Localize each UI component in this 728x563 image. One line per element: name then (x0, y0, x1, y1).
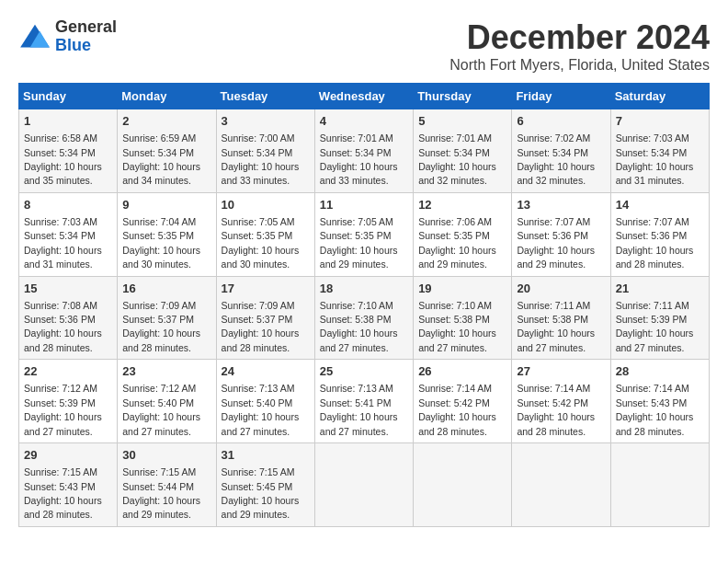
day-number: 4 (320, 113, 408, 130)
day-info: Sunrise: 7:10 AMSunset: 5:38 PMDaylight:… (418, 300, 496, 353)
day-info: Sunrise: 7:15 AMSunset: 5:45 PMDaylight:… (222, 466, 300, 520)
day-number: 3 (222, 113, 310, 130)
day-number: 24 (222, 363, 310, 380)
header-saturday: Saturday (610, 84, 709, 109)
header-thursday: Thursday (414, 84, 512, 109)
day-number: 30 (122, 447, 210, 464)
calendar-cell: 19 Sunrise: 7:10 AMSunset: 5:38 PMDaylig… (414, 276, 512, 360)
calendar-cell: 17 Sunrise: 7:09 AMSunset: 5:37 PMDaylig… (216, 276, 314, 360)
day-number: 15 (24, 281, 112, 297)
day-info: Sunrise: 7:07 AMSunset: 5:36 PMDaylight:… (517, 216, 595, 270)
day-info: Sunrise: 7:01 AMSunset: 5:34 PMDaylight:… (320, 132, 398, 186)
calendar-cell (414, 443, 512, 527)
day-number: 22 (24, 363, 112, 380)
day-info: Sunrise: 7:05 AMSunset: 5:35 PMDaylight:… (320, 216, 398, 270)
calendar-cell: 29 Sunrise: 7:15 AMSunset: 5:43 PMDaylig… (19, 443, 118, 527)
calendar-week-row: 15 Sunrise: 7:08 AMSunset: 5:36 PMDaylig… (19, 276, 710, 360)
header: General Blue December 2024 North Fort My… (18, 18, 710, 74)
day-number: 9 (122, 197, 210, 213)
day-info: Sunrise: 6:58 AMSunset: 5:34 PMDaylight:… (24, 132, 102, 186)
day-number: 7 (616, 113, 704, 130)
calendar-cell: 27 Sunrise: 7:14 AMSunset: 5:42 PMDaylig… (512, 360, 610, 443)
day-number: 13 (517, 197, 605, 213)
calendar-cell: 11 Sunrise: 7:05 AMSunset: 5:35 PMDaylig… (314, 192, 413, 276)
calendar-cell: 18 Sunrise: 7:10 AMSunset: 5:38 PMDaylig… (314, 276, 413, 360)
day-info: Sunrise: 7:13 AMSunset: 5:41 PMDaylight:… (320, 383, 398, 436)
day-info: Sunrise: 7:14 AMSunset: 5:42 PMDaylight:… (418, 383, 496, 436)
day-info: Sunrise: 7:09 AMSunset: 5:37 PMDaylight:… (222, 300, 300, 353)
logo-icon (18, 23, 51, 51)
day-number: 14 (616, 197, 704, 213)
day-number: 10 (222, 197, 310, 213)
calendar-cell (314, 443, 413, 527)
day-info: Sunrise: 7:10 AMSunset: 5:38 PMDaylight:… (320, 300, 398, 353)
day-info: Sunrise: 7:06 AMSunset: 5:35 PMDaylight:… (418, 216, 496, 270)
day-number: 28 (616, 363, 704, 380)
calendar-cell: 22 Sunrise: 7:12 AMSunset: 5:39 PMDaylig… (19, 360, 118, 443)
calendar-week-row: 22 Sunrise: 7:12 AMSunset: 5:39 PMDaylig… (19, 360, 710, 443)
calendar-cell: 25 Sunrise: 7:13 AMSunset: 5:41 PMDaylig… (314, 360, 413, 443)
calendar-cell: 24 Sunrise: 7:13 AMSunset: 5:40 PMDaylig… (216, 360, 314, 443)
calendar-cell: 4 Sunrise: 7:01 AMSunset: 5:34 PMDayligh… (314, 109, 413, 193)
calendar-cell: 1 Sunrise: 6:58 AMSunset: 5:34 PMDayligh… (19, 109, 118, 193)
calendar-cell: 31 Sunrise: 7:15 AMSunset: 5:45 PMDaylig… (216, 443, 314, 527)
day-number: 26 (418, 363, 506, 380)
calendar-header-row: SundayMondayTuesdayWednesdayThursdayFrid… (19, 84, 710, 109)
day-number: 19 (418, 281, 506, 297)
day-number: 6 (517, 113, 605, 130)
calendar-table: SundayMondayTuesdayWednesdayThursdayFrid… (18, 83, 710, 527)
calendar-cell: 30 Sunrise: 7:15 AMSunset: 5:44 PMDaylig… (118, 443, 216, 527)
day-info: Sunrise: 7:13 AMSunset: 5:40 PMDaylight:… (222, 383, 300, 436)
day-number: 27 (517, 363, 605, 380)
header-sunday: Sunday (19, 84, 118, 109)
calendar-title: December 2024 (449, 18, 710, 57)
day-number: 29 (24, 447, 112, 464)
calendar-subtitle: North Fort Myers, Florida, United States (449, 57, 710, 74)
header-monday: Monday (118, 84, 216, 109)
day-info: Sunrise: 7:11 AMSunset: 5:38 PMDaylight:… (517, 300, 595, 353)
calendar-cell: 13 Sunrise: 7:07 AMSunset: 5:36 PMDaylig… (512, 192, 610, 276)
calendar-cell: 12 Sunrise: 7:06 AMSunset: 5:35 PMDaylig… (414, 192, 512, 276)
calendar-cell: 5 Sunrise: 7:01 AMSunset: 5:34 PMDayligh… (414, 109, 512, 193)
day-info: Sunrise: 7:02 AMSunset: 5:34 PMDaylight:… (517, 132, 595, 186)
calendar-week-row: 1 Sunrise: 6:58 AMSunset: 5:34 PMDayligh… (19, 109, 710, 193)
day-number: 8 (24, 197, 112, 213)
day-info: Sunrise: 7:14 AMSunset: 5:43 PMDaylight:… (616, 383, 694, 436)
logo: General Blue (18, 18, 117, 55)
day-number: 21 (616, 281, 704, 297)
day-number: 23 (122, 363, 210, 380)
header-friday: Friday (512, 84, 610, 109)
day-info: Sunrise: 7:12 AMSunset: 5:39 PMDaylight:… (24, 383, 102, 436)
day-number: 31 (222, 447, 310, 464)
calendar-cell: 16 Sunrise: 7:09 AMSunset: 5:37 PMDaylig… (118, 276, 216, 360)
day-info: Sunrise: 7:03 AMSunset: 5:34 PMDaylight:… (24, 216, 102, 270)
calendar-cell: 3 Sunrise: 7:00 AMSunset: 5:34 PMDayligh… (216, 109, 314, 193)
day-number: 17 (222, 281, 310, 297)
day-info: Sunrise: 7:03 AMSunset: 5:34 PMDaylight:… (616, 132, 694, 186)
day-number: 12 (418, 197, 506, 213)
day-info: Sunrise: 7:04 AMSunset: 5:35 PMDaylight:… (122, 216, 200, 270)
day-info: Sunrise: 7:09 AMSunset: 5:37 PMDaylight:… (122, 300, 200, 353)
day-number: 18 (320, 281, 408, 297)
calendar-week-row: 8 Sunrise: 7:03 AMSunset: 5:34 PMDayligh… (19, 192, 710, 276)
title-block: December 2024 North Fort Myers, Florida,… (449, 18, 710, 74)
calendar-cell (512, 443, 610, 527)
day-number: 16 (122, 281, 210, 297)
calendar-cell: 6 Sunrise: 7:02 AMSunset: 5:34 PMDayligh… (512, 109, 610, 193)
day-info: Sunrise: 7:15 AMSunset: 5:44 PMDaylight:… (122, 466, 200, 520)
day-number: 1 (24, 113, 112, 130)
calendar-cell: 23 Sunrise: 7:12 AMSunset: 5:40 PMDaylig… (118, 360, 216, 443)
calendar-cell: 8 Sunrise: 7:03 AMSunset: 5:34 PMDayligh… (19, 192, 118, 276)
calendar-cell: 26 Sunrise: 7:14 AMSunset: 5:42 PMDaylig… (414, 360, 512, 443)
day-info: Sunrise: 7:14 AMSunset: 5:42 PMDaylight:… (517, 383, 595, 436)
day-number: 11 (320, 197, 408, 213)
day-info: Sunrise: 7:11 AMSunset: 5:39 PMDaylight:… (616, 300, 694, 353)
day-info: Sunrise: 7:00 AMSunset: 5:34 PMDaylight:… (222, 132, 300, 186)
calendar-week-row: 29 Sunrise: 7:15 AMSunset: 5:43 PMDaylig… (19, 443, 710, 527)
calendar-cell: 28 Sunrise: 7:14 AMSunset: 5:43 PMDaylig… (610, 360, 709, 443)
day-info: Sunrise: 7:07 AMSunset: 5:36 PMDaylight:… (616, 216, 694, 270)
day-info: Sunrise: 7:05 AMSunset: 5:35 PMDaylight:… (222, 216, 300, 270)
calendar-cell: 14 Sunrise: 7:07 AMSunset: 5:36 PMDaylig… (610, 192, 709, 276)
header-tuesday: Tuesday (216, 84, 314, 109)
day-info: Sunrise: 7:15 AMSunset: 5:43 PMDaylight:… (24, 466, 102, 520)
